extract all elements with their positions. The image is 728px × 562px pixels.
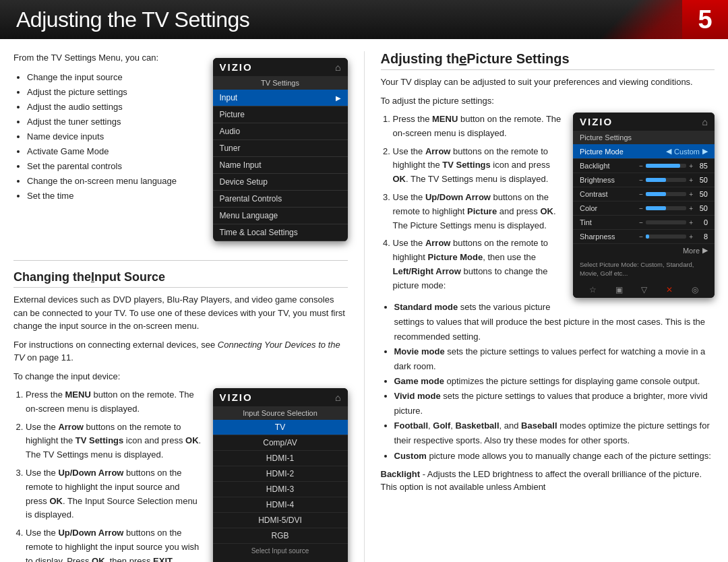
left-column: From the TV Settings Menu, you can: Chan… [13,51,348,562]
picture-row-sharpness[interactable]: Sharpness − + 8 [573,230,715,244]
sharpness-fill [646,235,649,239]
tv-menu-item-menu-lang[interactable]: Menu Language [213,208,348,224]
tv-settings-menu: VIZIO ⌂ TV Settings Input Picture Audio … [213,58,348,241]
tv-menu-item-picture[interactable]: Picture [213,106,348,123]
list-item: Set the time [27,189,204,204]
minus-icon-6: − [639,233,643,241]
more-row[interactable]: More ▶ [573,244,715,257]
screen-icon-2: ▣ [615,285,623,294]
sharpness-bar [646,235,686,239]
backlight-description: Backlight - Adjusts the LED brightness t… [381,468,715,494]
input-step-2: Use the Arrow buttons on the remote to h… [26,420,204,462]
right-column: Adjusting thePicture Settings Your TV di… [364,51,715,562]
sharpness-value: 8 [693,232,708,241]
page-header: Adjusting the TV Settings 5 [0,0,728,39]
input-item-rgb[interactable]: RGB [213,528,348,544]
star-icon-2: ☆ [589,285,597,294]
more-arrow-icon: ▶ [702,246,708,255]
picture-row-backlight[interactable]: Backlight − + 85 [573,159,715,173]
list-item: Adjust the audio settings [27,100,204,115]
tv-menu-item-tuner[interactable]: Tuner [213,140,348,157]
sharpness-label: Sharpness [580,232,639,241]
picture-steps-section: VIZIO ⌂ Picture Settings Picture Mode ◀ … [381,113,715,499]
vizio-logo: VIZIO [220,61,253,73]
chapter-number: 5 [682,0,728,39]
tv-menu-item-name-input[interactable]: Name Input [213,157,348,174]
left-arrow-icon: ◀ [666,147,671,156]
vizio-logo-3: VIZIO [580,116,613,127]
vizio-logo-2: VIZIO [220,392,253,403]
brightness-value: 50 [693,176,708,184]
input-item-tv[interactable]: TV [213,420,348,435]
down-icon-2: ▽ [641,285,647,294]
picture-menu-header: VIZIO ⌂ [573,113,715,131]
sports-mode-item: Football, Golf, Basketball, and Baseball… [394,418,715,448]
input-source-intro: External devices such as DVD players, Bl… [13,293,348,333]
backlight-bar [646,164,686,168]
intro-label: From the TV Settings Menu, you can: [13,51,204,65]
picture-settings-menu: VIZIO ⌂ Picture Settings Picture Mode ◀ … [573,113,715,298]
movie-mode-item: Movie mode sets the picture settings to … [394,344,715,374]
header-accent [601,0,682,39]
picture-settings-title: Adjusting thePicture Settings [381,51,715,70]
tv-menu-header: VIZIO ⌂ [213,58,348,76]
backlight-fill [646,164,680,168]
minus-icon-2: − [639,177,643,184]
input-item-hdmi3[interactable]: HDMI-3 [213,482,348,497]
minus-icon-4: − [639,205,643,212]
tv-menu-item-device-setup[interactable]: Device Setup [213,174,348,191]
section-divider [13,260,348,261]
brightness-label: Brightness [580,176,639,184]
input-item-hdmi1[interactable]: HDMI-1 [213,451,348,466]
picture-modes-list: Standard mode sets the various picture s… [381,300,715,464]
list-item: Activate Game Mode [27,144,204,159]
tv-menu-item-input[interactable]: Input [213,90,348,106]
color-bar [646,206,686,210]
input-step-3: Use the Up/Down Arrow buttons on the rem… [26,466,204,522]
input-source-section-title: Changing theInput Source [13,270,348,288]
contrast-label: Contrast [580,190,639,198]
input-source-menu: VIZIO ⌂ Input Source Selection TV Comp/A… [213,388,348,562]
color-value: 50 [693,204,708,212]
right-arrow-icon: ▶ [702,147,708,156]
input-item-hdmi4[interactable]: HDMI-4 [213,497,348,513]
contrast-fill [646,192,666,196]
input-item-compav[interactable]: Comp/AV [213,435,348,451]
tv-menu-item-parental[interactable]: Parental Controls [213,191,348,208]
tv-settings-menu-wrapper: VIZIO ⌂ TV Settings Input Picture Audio … [213,58,348,241]
game-mode-item: Game mode optimizes the picture settings… [394,374,715,389]
picture-footer: Select Picture Mode: Custom, Standard, M… [573,257,715,282]
input-footer: Select Input source [213,544,348,558]
tv-menu-item-time[interactable]: Time & Local Settings [213,224,348,241]
tint-bar [646,220,686,224]
input-icon-bar: ☆ ▣ ▽ ✕ ◎ [213,558,348,562]
intro-text-area: From the TV Settings Menu, you can: Chan… [13,51,204,212]
picture-row-color[interactable]: Color − + 50 [573,201,715,216]
backlight-value: 85 [693,162,708,170]
picture-row-contrast[interactable]: Contrast − + 50 [573,187,715,201]
brightness-bar [646,178,686,182]
picture-mode-value: ◀ Custom ▶ [666,147,708,156]
color-label: Color [580,204,639,212]
picture-row-tint[interactable]: Tint − + 0 [573,216,715,230]
more-label: More [683,247,700,255]
list-item: Adjust the picture settings [27,85,204,100]
tv-menu-item-audio[interactable]: Audio [213,123,348,140]
picture-icon-bar: ☆ ▣ ▽ ✕ ◎ [573,282,715,298]
picture-mode-label: Picture Mode [580,148,624,156]
intro-section: From the TV Settings Menu, you can: Chan… [13,51,348,252]
picture-mode-row[interactable]: Picture Mode ◀ Custom ▶ [573,144,715,159]
minus-icon-5: − [639,219,643,226]
picture-row-brightness[interactable]: Brightness − + 50 [573,173,715,187]
page-title: Adjusting the TV Settings [16,7,249,32]
tint-label: Tint [580,218,639,226]
picture-menu-subtitle: Picture Settings [573,131,715,144]
input-item-hdmi5[interactable]: HDMI-5/DVI [213,513,348,528]
minus-icon-3: − [639,191,643,198]
main-content: From the TV Settings Menu, you can: Chan… [0,39,728,562]
picture-adjust-label: To adjust the picture settings: [381,94,715,108]
input-menu-subtitle: Input Source Selection [213,406,348,420]
input-step-4: Use the Up/Down Arrow buttons on the rem… [26,526,204,562]
circle-icon-2: ◎ [692,285,698,294]
input-item-hdmi2[interactable]: HDMI-2 [213,466,348,482]
